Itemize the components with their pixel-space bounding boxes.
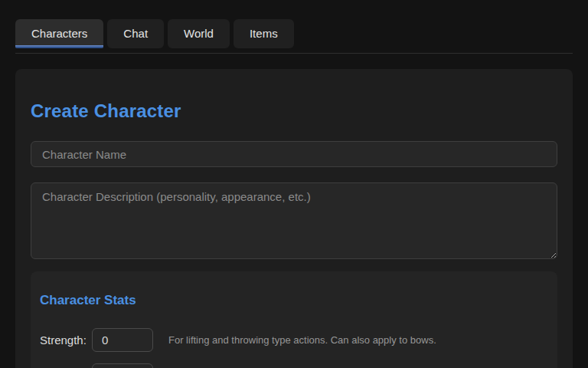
- partial-stat-input[interactable]: [92, 363, 153, 368]
- tab-world[interactable]: World: [168, 19, 230, 48]
- tab-world-label: World: [184, 27, 214, 40]
- strength-input[interactable]: [92, 328, 153, 352]
- stat-row-partial: [40, 363, 548, 368]
- tab-chat[interactable]: Chat: [107, 19, 164, 48]
- tab-bar: Characters Chat World Items: [15, 19, 573, 48]
- create-character-card: Create Character Character Stats Strengt…: [15, 69, 573, 368]
- tab-characters-label: Characters: [31, 27, 87, 40]
- tab-chat-label: Chat: [123, 27, 148, 40]
- character-stats-panel: Character Stats Strength: For lifting an…: [31, 271, 557, 368]
- strength-label: Strength:: [40, 334, 92, 347]
- character-name-input[interactable]: [31, 141, 557, 167]
- stat-row-strength: Strength: For lifting and throwing type …: [40, 328, 548, 352]
- page-title: Create Character: [31, 69, 557, 122]
- tab-divider: [15, 53, 573, 54]
- active-tab-underline: [15, 45, 103, 48]
- strength-hint: For lifting and throwing type actions. C…: [168, 334, 436, 346]
- tab-characters[interactable]: Characters: [15, 19, 103, 48]
- tab-items[interactable]: Items: [234, 19, 294, 48]
- tab-items-label: Items: [250, 27, 278, 40]
- character-description-input[interactable]: [31, 182, 557, 259]
- character-stats-title: Character Stats: [40, 293, 548, 308]
